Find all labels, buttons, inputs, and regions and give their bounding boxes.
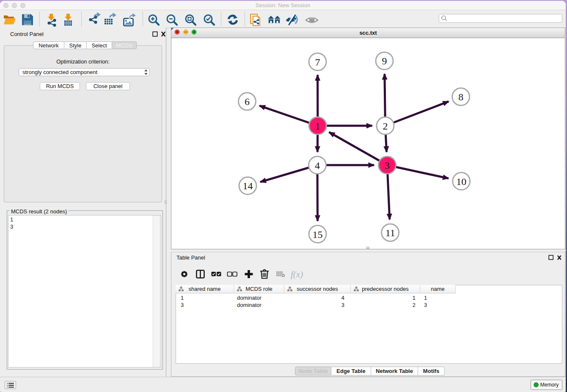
- svg-text:11: 11: [385, 227, 395, 238]
- svg-text:7: 7: [315, 57, 320, 68]
- svg-text:1: 1: [315, 121, 320, 132]
- svg-text:14: 14: [243, 180, 253, 191]
- svg-text:6: 6: [245, 96, 250, 107]
- svg-text:f(x): f(x): [291, 269, 303, 279]
- svg-text:15: 15: [313, 229, 323, 240]
- svg-text:10: 10: [456, 176, 466, 187]
- svg-text:4: 4: [315, 160, 320, 171]
- svg-text:2: 2: [383, 121, 388, 132]
- svg-text:3: 3: [385, 160, 390, 171]
- svg-text:9: 9: [382, 55, 387, 66]
- svg-text:8: 8: [458, 91, 463, 102]
